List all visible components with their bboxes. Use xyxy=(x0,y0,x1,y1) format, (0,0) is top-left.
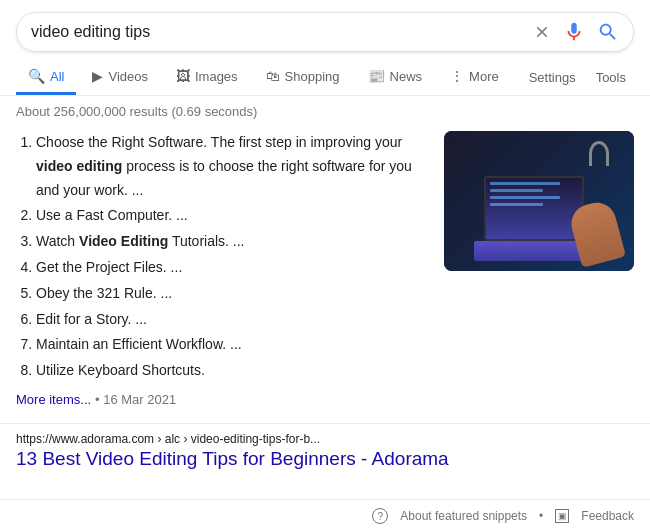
tab-videos[interactable]: ▶ Videos xyxy=(80,60,160,95)
screen-line xyxy=(490,196,560,199)
featured-snippet: Choose the Right Software. The first ste… xyxy=(16,131,424,407)
list-item: Edit for a Story. ... xyxy=(36,308,424,332)
screen-content xyxy=(486,178,582,239)
snippet-image xyxy=(444,131,634,271)
tab-images[interactable]: 🖼 Images xyxy=(164,60,250,95)
list-item: Use a Fast Computer. ... xyxy=(36,204,424,228)
tab-all[interactable]: 🔍 All xyxy=(16,60,76,95)
headphone-visual xyxy=(589,141,609,166)
screen-line xyxy=(490,182,560,185)
snippet-list: Choose the Right Software. The first ste… xyxy=(36,131,424,383)
all-icon: 🔍 xyxy=(28,68,45,84)
tab-more[interactable]: ⋮ More xyxy=(438,60,511,95)
search-submit-icon[interactable] xyxy=(597,21,619,43)
settings-link[interactable]: Settings xyxy=(521,62,584,93)
voice-search-icon[interactable] xyxy=(563,21,585,43)
tab-shopping[interactable]: 🛍 Shopping xyxy=(254,60,352,95)
help-icon[interactable]: ? xyxy=(372,508,388,524)
separator: • xyxy=(539,509,543,523)
snippet-footer: More items... • 16 Mar 2021 xyxy=(16,391,424,407)
news-icon: 📰 xyxy=(368,68,385,84)
tab-news[interactable]: 📰 News xyxy=(356,60,435,95)
list-item: Get the Project Files. ... xyxy=(36,256,424,280)
list-item: Utilize Keyboard Shortcuts. xyxy=(36,359,424,383)
images-icon: 🖼 xyxy=(176,68,190,84)
tools-link[interactable]: Tools xyxy=(588,62,634,93)
snippet-image-inner xyxy=(444,131,634,271)
clear-icon[interactable] xyxy=(533,23,551,41)
laptop-visual xyxy=(444,131,634,271)
search-bar xyxy=(16,12,634,52)
result-title-link[interactable]: 13 Best Video Editing Tips for Beginners… xyxy=(16,448,634,470)
list-item: Obey the 321 Rule. ... xyxy=(36,282,424,306)
nav-tabs: 🔍 All ▶ Videos 🖼 Images 🛍 Shopping 📰 New… xyxy=(0,52,650,96)
list-item: Choose the Right Software. The first ste… xyxy=(36,131,424,202)
main-content: Choose the Right Software. The first ste… xyxy=(0,123,650,415)
results-info: About 256,000,000 results (0.69 seconds) xyxy=(0,96,650,123)
result-url: https://www.adorama.com › alc › video-ed… xyxy=(16,432,634,446)
bottom-bar: ? About featured snippets • ▣ Feedback xyxy=(0,499,650,532)
search-input[interactable] xyxy=(31,23,533,41)
screen-line xyxy=(490,189,543,192)
list-item: Maintain an Efficient Workflow. ... xyxy=(36,333,424,357)
search-bar-container xyxy=(0,0,650,52)
feedback-icon[interactable]: ▣ xyxy=(555,509,569,523)
search-icons xyxy=(533,21,619,43)
shopping-icon: 🛍 xyxy=(266,68,280,84)
list-item: Watch Video Editing Tutorials. ... xyxy=(36,230,424,254)
search-result-0: https://www.adorama.com › alc › video-ed… xyxy=(0,423,650,478)
feedback-label[interactable]: Feedback xyxy=(581,509,634,523)
more-items-link[interactable]: More items... xyxy=(16,392,91,407)
laptop-screen-visual xyxy=(484,176,584,241)
more-icon: ⋮ xyxy=(450,68,464,84)
screen-line xyxy=(490,203,543,206)
videos-icon: ▶ xyxy=(92,68,103,84)
snippet-label: About featured snippets xyxy=(400,509,527,523)
